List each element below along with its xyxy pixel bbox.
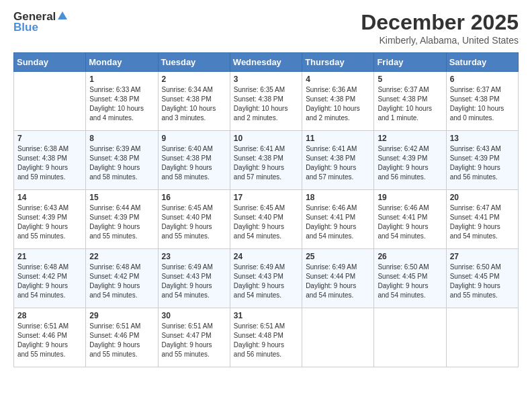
day-number: 5 <box>378 75 442 84</box>
weekday-monday: Monday <box>86 53 158 72</box>
cell-info: Sunrise: 6:49 AM Sunset: 4:44 PM Dayligh… <box>306 263 370 300</box>
cell-info: Sunrise: 6:51 AM Sunset: 4:48 PM Dayligh… <box>234 322 298 359</box>
day-number: 3 <box>234 75 298 84</box>
calendar-cell: 8Sunrise: 6:39 AM Sunset: 4:38 PM Daylig… <box>86 131 158 190</box>
calendar-cell: 10Sunrise: 6:41 AM Sunset: 4:38 PM Dayli… <box>230 131 302 190</box>
cell-info: Sunrise: 6:41 AM Sunset: 4:38 PM Dayligh… <box>234 144 298 182</box>
cell-info: Sunrise: 6:51 AM Sunset: 4:46 PM Dayligh… <box>89 322 154 359</box>
logo: General Blue <box>13 10 69 34</box>
calendar-cell: 23Sunrise: 6:49 AM Sunset: 4:43 PM Dayli… <box>158 249 230 308</box>
weekday-sunday: Sunday <box>14 53 86 72</box>
month-title: December 2025 <box>361 10 519 35</box>
cell-info: Sunrise: 6:43 AM Sunset: 4:39 PM Dayligh… <box>450 144 515 182</box>
calendar-week-5: 28Sunrise: 6:51 AM Sunset: 4:46 PM Dayli… <box>14 308 519 367</box>
calendar-cell: 6Sunrise: 6:37 AM Sunset: 4:38 PM Daylig… <box>446 72 518 131</box>
svg-marker-0 <box>58 11 67 19</box>
weekday-header-row: SundayMondayTuesdayWednesdayThursdayFrid… <box>14 53 519 72</box>
calendar-cell <box>302 308 374 367</box>
calendar-cell: 21Sunrise: 6:48 AM Sunset: 4:42 PM Dayli… <box>14 249 86 308</box>
logo-blue: Blue <box>13 21 38 34</box>
cell-info: Sunrise: 6:44 AM Sunset: 4:39 PM Dayligh… <box>89 203 154 241</box>
day-number: 28 <box>17 311 82 320</box>
calendar-cell: 13Sunrise: 6:43 AM Sunset: 4:39 PM Dayli… <box>446 131 518 190</box>
day-number: 29 <box>89 311 154 320</box>
day-number: 18 <box>306 193 370 202</box>
calendar-cell: 2Sunrise: 6:34 AM Sunset: 4:38 PM Daylig… <box>158 72 230 131</box>
calendar-week-4: 21Sunrise: 6:48 AM Sunset: 4:42 PM Dayli… <box>14 249 519 308</box>
day-number: 12 <box>378 134 442 143</box>
day-number: 13 <box>450 134 515 143</box>
day-number: 21 <box>17 252 82 261</box>
calendar-cell <box>14 72 86 131</box>
day-number: 19 <box>378 193 442 202</box>
cell-info: Sunrise: 6:37 AM Sunset: 4:38 PM Dayligh… <box>450 85 515 123</box>
cell-info: Sunrise: 6:50 AM Sunset: 4:45 PM Dayligh… <box>378 263 442 300</box>
calendar-cell: 7Sunrise: 6:38 AM Sunset: 4:38 PM Daylig… <box>14 131 86 190</box>
day-number: 4 <box>306 75 370 84</box>
day-number: 10 <box>234 134 298 143</box>
day-number: 8 <box>89 134 154 143</box>
calendar-cell: 12Sunrise: 6:42 AM Sunset: 4:39 PM Dayli… <box>374 131 446 190</box>
calendar-cell <box>374 308 446 367</box>
weekday-saturday: Saturday <box>446 53 518 72</box>
calendar-cell <box>446 308 518 367</box>
cell-info: Sunrise: 6:33 AM Sunset: 4:38 PM Dayligh… <box>89 85 154 123</box>
weekday-friday: Friday <box>374 53 446 72</box>
day-number: 27 <box>450 252 515 261</box>
cell-info: Sunrise: 6:45 AM Sunset: 4:40 PM Dayligh… <box>234 203 298 241</box>
cell-info: Sunrise: 6:46 AM Sunset: 4:41 PM Dayligh… <box>306 203 370 241</box>
location: Kimberly, Alabama, United States <box>361 35 519 46</box>
calendar-cell: 26Sunrise: 6:50 AM Sunset: 4:45 PM Dayli… <box>374 249 446 308</box>
calendar-cell: 17Sunrise: 6:45 AM Sunset: 4:40 PM Dayli… <box>230 190 302 249</box>
cell-info: Sunrise: 6:37 AM Sunset: 4:38 PM Dayligh… <box>378 85 442 123</box>
cell-info: Sunrise: 6:34 AM Sunset: 4:38 PM Dayligh… <box>162 85 226 123</box>
day-number: 15 <box>89 193 154 202</box>
calendar-cell: 16Sunrise: 6:45 AM Sunset: 4:40 PM Dayli… <box>158 190 230 249</box>
day-number: 20 <box>450 193 515 202</box>
cell-info: Sunrise: 6:42 AM Sunset: 4:39 PM Dayligh… <box>378 144 442 182</box>
cell-info: Sunrise: 6:49 AM Sunset: 4:43 PM Dayligh… <box>162 263 226 300</box>
day-number: 26 <box>378 252 442 261</box>
day-number: 6 <box>450 75 515 84</box>
cell-info: Sunrise: 6:51 AM Sunset: 4:47 PM Dayligh… <box>162 322 226 359</box>
calendar-cell: 31Sunrise: 6:51 AM Sunset: 4:48 PM Dayli… <box>230 308 302 367</box>
calendar-cell: 5Sunrise: 6:37 AM Sunset: 4:38 PM Daylig… <box>374 72 446 131</box>
day-number: 25 <box>306 252 370 261</box>
day-number: 23 <box>162 252 226 261</box>
cell-info: Sunrise: 6:39 AM Sunset: 4:38 PM Dayligh… <box>89 144 154 182</box>
calendar-cell: 18Sunrise: 6:46 AM Sunset: 4:41 PM Dayli… <box>302 190 374 249</box>
weekday-thursday: Thursday <box>302 53 374 72</box>
header: General Blue December 2025 Kimberly, Ala… <box>13 10 519 46</box>
day-number: 22 <box>89 252 154 261</box>
cell-info: Sunrise: 6:38 AM Sunset: 4:38 PM Dayligh… <box>17 144 82 182</box>
weekday-tuesday: Tuesday <box>158 53 230 72</box>
cell-info: Sunrise: 6:47 AM Sunset: 4:41 PM Dayligh… <box>450 203 515 241</box>
calendar-cell: 28Sunrise: 6:51 AM Sunset: 4:46 PM Dayli… <box>14 308 86 367</box>
day-number: 17 <box>234 193 298 202</box>
calendar-cell: 14Sunrise: 6:43 AM Sunset: 4:39 PM Dayli… <box>14 190 86 249</box>
calendar-cell: 27Sunrise: 6:50 AM Sunset: 4:45 PM Dayli… <box>446 249 518 308</box>
day-number: 14 <box>17 193 82 202</box>
cell-info: Sunrise: 6:48 AM Sunset: 4:42 PM Dayligh… <box>17 263 82 300</box>
page: General Blue December 2025 Kimberly, Ala… <box>0 0 532 411</box>
calendar-cell: 30Sunrise: 6:51 AM Sunset: 4:47 PM Dayli… <box>158 308 230 367</box>
calendar-table: SundayMondayTuesdayWednesdayThursdayFrid… <box>13 52 519 367</box>
calendar-week-1: 1Sunrise: 6:33 AM Sunset: 4:38 PM Daylig… <box>14 72 519 131</box>
calendar-cell: 4Sunrise: 6:36 AM Sunset: 4:38 PM Daylig… <box>302 72 374 131</box>
calendar-cell: 9Sunrise: 6:40 AM Sunset: 4:38 PM Daylig… <box>158 131 230 190</box>
calendar-cell: 20Sunrise: 6:47 AM Sunset: 4:41 PM Dayli… <box>446 190 518 249</box>
day-number: 11 <box>306 134 370 143</box>
day-number: 7 <box>17 134 82 143</box>
cell-info: Sunrise: 6:49 AM Sunset: 4:43 PM Dayligh… <box>234 263 298 300</box>
cell-info: Sunrise: 6:46 AM Sunset: 4:41 PM Dayligh… <box>378 203 442 241</box>
day-number: 9 <box>162 134 226 143</box>
day-number: 2 <box>162 75 226 84</box>
calendar-week-3: 14Sunrise: 6:43 AM Sunset: 4:39 PM Dayli… <box>14 190 519 249</box>
calendar-cell: 29Sunrise: 6:51 AM Sunset: 4:46 PM Dayli… <box>86 308 158 367</box>
cell-info: Sunrise: 6:41 AM Sunset: 4:38 PM Dayligh… <box>306 144 370 182</box>
title-block: December 2025 Kimberly, Alabama, United … <box>361 10 519 46</box>
day-number: 30 <box>162 311 226 320</box>
logo-icon <box>56 10 69 22</box>
cell-info: Sunrise: 6:43 AM Sunset: 4:39 PM Dayligh… <box>17 203 82 241</box>
weekday-wednesday: Wednesday <box>230 53 302 72</box>
